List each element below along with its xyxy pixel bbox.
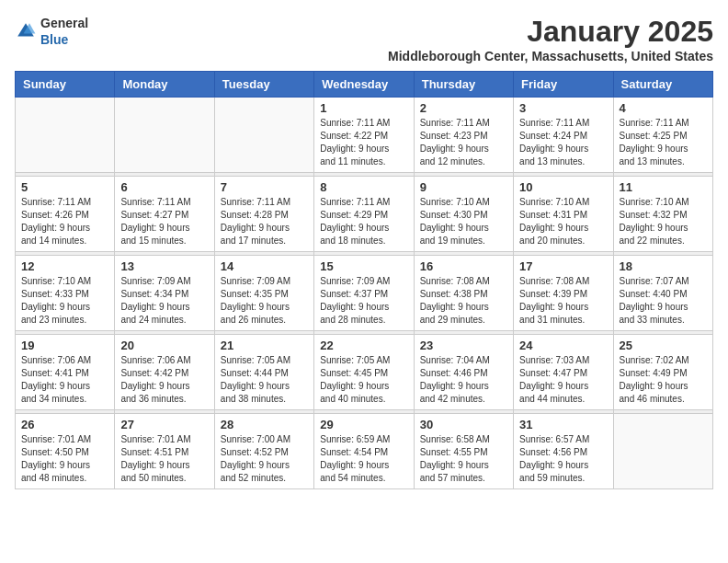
day-info: Sunrise: 7:07 AM Sunset: 4:40 PM Dayligh…	[620, 275, 707, 327]
calendar-day-cell: 12Sunrise: 7:10 AM Sunset: 4:33 PM Dayli…	[16, 256, 115, 331]
calendar-day-cell: 4Sunrise: 7:11 AM Sunset: 4:25 PM Daylig…	[613, 98, 712, 173]
calendar-day-cell: 29Sunrise: 6:59 AM Sunset: 4:54 PM Dayli…	[314, 414, 414, 489]
day-number: 11	[620, 180, 707, 194]
day-info: Sunrise: 7:00 AM Sunset: 4:52 PM Dayligh…	[221, 433, 308, 485]
day-number: 31	[519, 418, 607, 431]
day-info: Sunrise: 7:11 AM Sunset: 4:22 PM Dayligh…	[320, 117, 407, 168]
day-info: Sunrise: 7:10 AM Sunset: 4:32 PM Dayligh…	[620, 196, 707, 247]
day-number: 3	[519, 101, 607, 115]
day-info: Sunrise: 6:58 AM Sunset: 4:55 PM Dayligh…	[420, 433, 507, 485]
day-info: Sunrise: 7:06 AM Sunset: 4:42 PM Dayligh…	[120, 354, 208, 406]
calendar-day-cell: 26Sunrise: 7:01 AM Sunset: 4:50 PM Dayli…	[16, 414, 115, 489]
day-of-week-header: Sunday	[16, 72, 115, 98]
day-number: 8	[320, 180, 407, 194]
day-number: 13	[120, 259, 208, 273]
day-info: Sunrise: 7:06 AM Sunset: 4:41 PM Dayligh…	[21, 354, 108, 406]
day-info: Sunrise: 6:59 AM Sunset: 4:54 PM Dayligh…	[320, 433, 407, 485]
calendar-day-cell	[16, 98, 115, 173]
calendar-day-cell: 31Sunrise: 6:57 AM Sunset: 4:56 PM Dayli…	[514, 414, 613, 489]
calendar-day-cell: 6Sunrise: 7:11 AM Sunset: 4:27 PM Daylig…	[115, 177, 214, 252]
logo-icon	[15, 20, 37, 42]
day-info: Sunrise: 7:11 AM Sunset: 4:24 PM Dayligh…	[519, 117, 607, 168]
day-number: 20	[120, 339, 208, 352]
calendar-week-row: 5Sunrise: 7:11 AM Sunset: 4:26 PM Daylig…	[16, 177, 713, 252]
calendar-day-cell: 23Sunrise: 7:04 AM Sunset: 4:46 PM Dayli…	[414, 335, 513, 410]
calendar-day-cell: 11Sunrise: 7:10 AM Sunset: 4:32 PM Dayli…	[613, 177, 712, 252]
day-number: 14	[221, 259, 308, 273]
day-info: Sunrise: 7:02 AM Sunset: 4:49 PM Dayligh…	[620, 354, 707, 406]
title-section: January 2025 Middleborough Center, Massa…	[388, 15, 713, 63]
calendar-day-cell: 9Sunrise: 7:10 AM Sunset: 4:30 PM Daylig…	[414, 177, 513, 252]
day-number: 9	[420, 180, 507, 194]
day-info: Sunrise: 7:11 AM Sunset: 4:23 PM Dayligh…	[420, 117, 507, 168]
day-number: 15	[320, 259, 407, 273]
day-number: 1	[320, 101, 407, 115]
calendar-day-cell	[115, 98, 214, 173]
day-of-week-header: Thursday	[414, 72, 513, 98]
day-number: 25	[620, 339, 707, 352]
calendar-day-cell: 30Sunrise: 6:58 AM Sunset: 4:55 PM Dayli…	[414, 414, 513, 489]
calendar: SundayMondayTuesdayWednesdayThursdayFrid…	[15, 71, 713, 489]
day-info: Sunrise: 7:09 AM Sunset: 4:34 PM Dayligh…	[120, 275, 208, 327]
calendar-day-cell: 27Sunrise: 7:01 AM Sunset: 4:51 PM Dayli…	[115, 414, 214, 489]
header: General Blue January 2025 Middleborough …	[15, 15, 713, 63]
day-info: Sunrise: 7:01 AM Sunset: 4:51 PM Dayligh…	[120, 433, 208, 485]
calendar-day-cell: 2Sunrise: 7:11 AM Sunset: 4:23 PM Daylig…	[414, 98, 513, 173]
day-number: 12	[21, 259, 108, 273]
day-number: 2	[420, 101, 507, 115]
day-number: 23	[420, 339, 507, 352]
day-info: Sunrise: 7:10 AM Sunset: 4:31 PM Dayligh…	[519, 196, 607, 247]
calendar-day-cell: 25Sunrise: 7:02 AM Sunset: 4:49 PM Dayli…	[613, 335, 712, 410]
calendar-day-cell: 13Sunrise: 7:09 AM Sunset: 4:34 PM Dayli…	[115, 256, 214, 331]
calendar-day-cell: 18Sunrise: 7:07 AM Sunset: 4:40 PM Dayli…	[613, 256, 712, 331]
calendar-header-row: SundayMondayTuesdayWednesdayThursdayFrid…	[16, 72, 713, 98]
day-number: 21	[221, 339, 308, 352]
day-number: 24	[519, 339, 607, 352]
day-info: Sunrise: 7:04 AM Sunset: 4:46 PM Dayligh…	[420, 354, 507, 406]
day-of-week-header: Monday	[115, 72, 214, 98]
calendar-day-cell: 7Sunrise: 7:11 AM Sunset: 4:28 PM Daylig…	[214, 177, 313, 252]
day-number: 6	[120, 180, 208, 194]
day-number: 26	[21, 418, 108, 431]
day-of-week-header: Wednesday	[314, 72, 414, 98]
day-info: Sunrise: 7:11 AM Sunset: 4:27 PM Dayligh…	[120, 196, 208, 247]
calendar-day-cell: 1Sunrise: 7:11 AM Sunset: 4:22 PM Daylig…	[314, 98, 414, 173]
calendar-day-cell: 24Sunrise: 7:03 AM Sunset: 4:47 PM Dayli…	[514, 335, 613, 410]
calendar-day-cell: 5Sunrise: 7:11 AM Sunset: 4:26 PM Daylig…	[16, 177, 115, 252]
calendar-day-cell	[214, 98, 313, 173]
calendar-day-cell: 15Sunrise: 7:09 AM Sunset: 4:37 PM Dayli…	[314, 256, 414, 331]
day-number: 18	[620, 259, 707, 273]
day-info: Sunrise: 7:11 AM Sunset: 4:29 PM Dayligh…	[320, 196, 407, 247]
day-info: Sunrise: 7:11 AM Sunset: 4:25 PM Dayligh…	[620, 117, 707, 168]
day-number: 17	[519, 259, 607, 273]
day-info: Sunrise: 7:03 AM Sunset: 4:47 PM Dayligh…	[519, 354, 607, 406]
calendar-day-cell: 16Sunrise: 7:08 AM Sunset: 4:38 PM Dayli…	[414, 256, 513, 331]
calendar-day-cell: 20Sunrise: 7:06 AM Sunset: 4:42 PM Dayli…	[115, 335, 214, 410]
day-info: Sunrise: 7:01 AM Sunset: 4:50 PM Dayligh…	[21, 433, 108, 485]
day-info: Sunrise: 7:05 AM Sunset: 4:45 PM Dayligh…	[320, 354, 407, 406]
day-of-week-header: Tuesday	[214, 72, 313, 98]
location-title: Middleborough Center, Massachusetts, Uni…	[388, 49, 713, 63]
day-info: Sunrise: 7:09 AM Sunset: 4:35 PM Dayligh…	[221, 275, 308, 327]
calendar-week-row: 19Sunrise: 7:06 AM Sunset: 4:41 PM Dayli…	[16, 335, 713, 410]
logo-general: General	[40, 16, 88, 30]
day-of-week-header: Saturday	[613, 72, 712, 98]
day-info: Sunrise: 7:11 AM Sunset: 4:26 PM Dayligh…	[21, 196, 108, 247]
day-info: Sunrise: 7:09 AM Sunset: 4:37 PM Dayligh…	[320, 275, 407, 327]
day-info: Sunrise: 7:10 AM Sunset: 4:33 PM Dayligh…	[21, 275, 108, 327]
calendar-day-cell: 8Sunrise: 7:11 AM Sunset: 4:29 PM Daylig…	[314, 177, 414, 252]
day-info: Sunrise: 7:05 AM Sunset: 4:44 PM Dayligh…	[221, 354, 308, 406]
logo-blue: Blue	[40, 32, 68, 47]
day-number: 30	[420, 418, 507, 431]
day-info: Sunrise: 7:11 AM Sunset: 4:28 PM Dayligh…	[221, 196, 308, 247]
calendar-day-cell: 17Sunrise: 7:08 AM Sunset: 4:39 PM Dayli…	[514, 256, 613, 331]
calendar-day-cell: 14Sunrise: 7:09 AM Sunset: 4:35 PM Dayli…	[214, 256, 313, 331]
month-title: January 2025	[388, 15, 713, 49]
calendar-week-row: 12Sunrise: 7:10 AM Sunset: 4:33 PM Dayli…	[16, 256, 713, 331]
day-info: Sunrise: 7:10 AM Sunset: 4:30 PM Dayligh…	[420, 196, 507, 247]
calendar-day-cell: 21Sunrise: 7:05 AM Sunset: 4:44 PM Dayli…	[214, 335, 313, 410]
logo: General Blue	[15, 15, 88, 48]
calendar-day-cell: 10Sunrise: 7:10 AM Sunset: 4:31 PM Dayli…	[514, 177, 613, 252]
calendar-week-row: 1Sunrise: 7:11 AM Sunset: 4:22 PM Daylig…	[16, 98, 713, 173]
day-number: 4	[620, 101, 707, 115]
